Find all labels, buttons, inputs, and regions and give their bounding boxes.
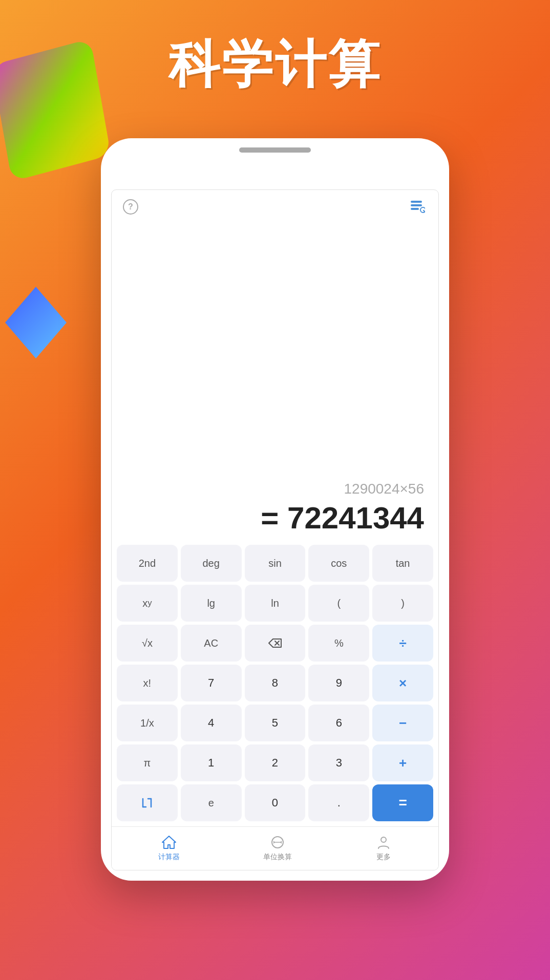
btn-deg[interactable]: deg	[181, 545, 242, 582]
btn-0[interactable]: 0	[245, 784, 306, 821]
btn-lg[interactable]: lg	[181, 585, 242, 622]
btn-pi[interactable]: π	[117, 744, 178, 781]
nav-calculator[interactable]: 计算器	[158, 834, 180, 862]
btn-2nd[interactable]: 2nd	[117, 545, 178, 582]
svg-rect-2	[411, 208, 419, 210]
calc-display: 1290024×56 = 72241344	[112, 220, 438, 545]
btn-row-3: √x AC % ÷	[117, 625, 433, 662]
nav-unit-label: 单位换算	[263, 853, 292, 862]
bottom-nav: 计算器 单位换算	[112, 826, 438, 870]
btn-9[interactable]: 9	[308, 665, 369, 701]
svg-rect-1	[411, 204, 422, 206]
btn-reciprocal[interactable]: 1/x	[117, 705, 178, 741]
btn-dot[interactable]: .	[308, 784, 369, 821]
btn-5[interactable]: 5	[245, 705, 306, 741]
btn-cos[interactable]: cos	[308, 545, 369, 582]
btn-divide[interactable]: ÷	[372, 625, 433, 662]
btn-tan[interactable]: tan	[372, 545, 433, 582]
btn-3[interactable]: 3	[308, 744, 369, 781]
btn-power[interactable]: xy	[117, 585, 178, 622]
btn-row-2: xy lg ln ( )	[117, 585, 433, 622]
btn-subtract[interactable]: −	[372, 705, 433, 741]
btn-6[interactable]: 6	[308, 705, 369, 741]
topbar: ?	[112, 190, 438, 220]
btn-factorial[interactable]: x!	[117, 665, 178, 701]
unit-nav-icon	[269, 834, 286, 850]
btn-ln[interactable]: ln	[245, 585, 306, 622]
expression-display: 1290024×56	[344, 481, 424, 497]
btn-row-7: e 0 . =	[117, 784, 433, 821]
svg-point-13	[381, 837, 386, 842]
btn-equals[interactable]: =	[372, 784, 433, 821]
btn-floor[interactable]	[117, 784, 178, 821]
btn-row-4: x! 7 8 9 ×	[117, 665, 433, 701]
btn-2[interactable]: 2	[245, 744, 306, 781]
btn-sqrt[interactable]: √x	[117, 625, 178, 662]
result-display: = 72241344	[261, 500, 424, 536]
btn-row-6: π 1 2 3 +	[117, 744, 433, 781]
btn-row-5: 1/x 4 5 6 −	[117, 705, 433, 741]
calculator-screen: ? 1290024×56 = 72241344 2nd	[111, 189, 439, 870]
btn-open-paren[interactable]: (	[308, 585, 369, 622]
svg-line-4	[424, 210, 425, 212]
button-grid: 2nd deg sin cos tan xy lg ln ( ) √x AC	[112, 545, 438, 826]
btn-backspace[interactable]	[245, 625, 306, 662]
phone-notch	[239, 147, 311, 153]
phone-frame: ? 1290024×56 = 72241344 2nd	[101, 138, 449, 881]
nav-more-label: 更多	[376, 853, 391, 862]
btn-1[interactable]: 1	[181, 744, 242, 781]
nav-unit[interactable]: 单位换算	[263, 834, 292, 862]
nav-calculator-label: 计算器	[158, 853, 180, 862]
btn-add[interactable]: +	[372, 744, 433, 781]
nav-more[interactable]: 更多	[375, 834, 392, 862]
btn-row-1: 2nd deg sin cos tan	[117, 545, 433, 582]
btn-percent[interactable]: %	[308, 625, 369, 662]
btn-8[interactable]: 8	[245, 665, 306, 701]
btn-e[interactable]: e	[181, 784, 242, 821]
help-button[interactable]: ?	[123, 199, 138, 215]
diamond-decoration	[5, 287, 67, 358]
more-nav-icon	[375, 834, 392, 850]
svg-rect-0	[411, 201, 422, 203]
btn-ac[interactable]: AC	[181, 625, 242, 662]
history-button[interactable]	[410, 200, 427, 214]
btn-multiply[interactable]: ×	[372, 665, 433, 701]
btn-7[interactable]: 7	[181, 665, 242, 701]
calculator-nav-icon	[161, 834, 177, 850]
btn-4[interactable]: 4	[181, 705, 242, 741]
btn-sin[interactable]: sin	[245, 545, 306, 582]
btn-close-paren[interactable]: )	[372, 585, 433, 622]
